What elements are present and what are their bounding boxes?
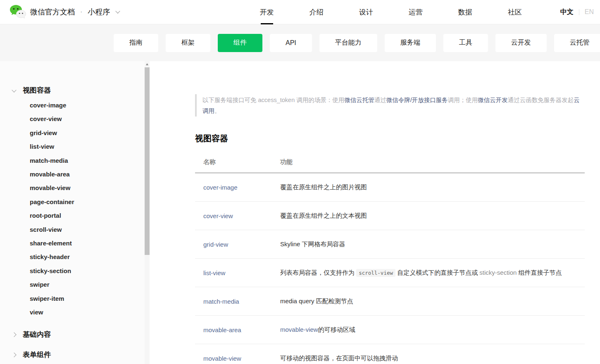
inline-link[interactable]: 微信令牌/开放接口服务 [386, 97, 448, 103]
sidebar-scrollbar[interactable] [145, 61, 150, 364]
sidebar-item-match-media[interactable]: match-media [0, 154, 150, 167]
text-segment: 调用；使用 [448, 97, 478, 103]
text-segment: 以下服务端接口可免 access_token 调用的场景：使用 [202, 97, 344, 103]
component-desc: 列表布局容器，仅支持作为 scroll-view 自定义模式下的直接子节点或 s… [272, 259, 585, 287]
scrollbar-thumb[interactable] [145, 67, 150, 255]
brand[interactable]: 微信官方文档 · 小程序 [9, 4, 119, 20]
topnav-item-社区[interactable]: 社区 [508, 0, 522, 24]
chevron-down-icon [116, 9, 120, 13]
text-segment: media query 匹配检测节点 [280, 297, 353, 305]
topnav-item-介绍[interactable]: 介绍 [310, 0, 324, 24]
text-segment: 列表布局容器，仅支持作为 [280, 269, 356, 276]
text-segment: 覆盖在原生组件之上的图片视图 [280, 183, 367, 190]
top-header: 微信官方文档 · 小程序 开发介绍设计运营数据社区 中文 EN [0, 0, 600, 24]
tab-云开发[interactable]: 云开发 [495, 34, 547, 52]
sidebar-item-view[interactable]: view [0, 305, 150, 319]
tab-平台能力[interactable]: 平台能力 [319, 34, 377, 52]
sidebar: 视图容器cover-imagecover-viewgrid-viewlist-v… [0, 61, 150, 364]
component-link-cover-image[interactable]: cover-image [195, 173, 272, 202]
text-segment: 通过 [374, 97, 386, 103]
sidebar-section-label: 表单组件 [23, 350, 51, 359]
column-header-function: 功能 [272, 154, 585, 173]
sidebar-item-swiper-item[interactable]: swiper-item [0, 292, 150, 305]
notice-blockquote: 以下服务端接口可免 access_token 调用的场景：使用微信云托管通过微信… [195, 94, 585, 117]
inline-link[interactable]: movable-view [280, 326, 318, 333]
inline-link[interactable]: 微信云托管 [344, 97, 374, 103]
inline-link[interactable]: 微信云开发 [478, 97, 508, 103]
text-segment: 可移动的视图容器，在页面中可以拖拽滑动 [280, 354, 398, 362]
sidebar-item-cover-image[interactable]: cover-image [0, 98, 150, 112]
text-segment: Skyline 下网格布局容器 [280, 240, 345, 247]
table-row: movable-areamovable-view的可移动区域 [195, 316, 585, 344]
sidebar-section-视图容器[interactable]: 视图容器 [0, 85, 150, 95]
sidebar-item-scroll-view[interactable]: scroll-view [0, 223, 150, 236]
main-content: 以下服务端接口可免 access_token 调用的场景：使用微信云托管通过微信… [150, 61, 600, 364]
sidebar-section-label: 基础内容 [23, 330, 51, 339]
language-switcher: 中文 EN [560, 8, 594, 17]
lang-en[interactable]: EN [585, 8, 594, 16]
chevron-right-icon [12, 352, 16, 357]
product-switcher[interactable]: 小程序 [88, 7, 110, 17]
chevron-right-icon [12, 332, 16, 337]
sidebar-item-movable-area[interactable]: movable-area [0, 167, 150, 181]
wechat-logo-icon [9, 4, 26, 20]
tab-指南[interactable]: 指南 [114, 34, 158, 52]
component-desc: 可移动的视图容器，在页面中可以拖拽滑动 [272, 344, 585, 364]
table-row: movable-view可移动的视图容器，在页面中可以拖拽滑动 [195, 344, 585, 364]
text-segment: 覆盖在原生组件之上的文本视图 [280, 212, 367, 219]
sidebar-item-list-view[interactable]: list-view [0, 140, 150, 153]
sidebar-item-swiper[interactable]: swiper [0, 278, 150, 291]
text-segment: sticky-section [479, 269, 517, 276]
tab-框架[interactable]: 框架 [166, 34, 210, 52]
sidebar-section-label: 视图容器 [23, 86, 51, 95]
lang-zh[interactable]: 中文 [560, 8, 574, 17]
sidebar-item-sticky-header[interactable]: sticky-header [0, 250, 150, 264]
component-desc: Skyline 下网格布局容器 [272, 230, 585, 259]
tab-云托管[interactable]: 云托管 [554, 34, 600, 52]
component-desc: 覆盖在原生组件之上的图片视图 [272, 173, 585, 202]
sidebar-item-root-portal[interactable]: root-portal [0, 209, 150, 222]
component-link-movable-view[interactable]: movable-view [195, 344, 272, 364]
component-link-movable-area[interactable]: movable-area [195, 316, 272, 344]
table-row: cover-view覆盖在原生组件之上的文本视图 [195, 202, 585, 230]
doc-tab-strip: 指南框架组件API平台能力服务端工具云开发云托管 [0, 24, 600, 61]
topnav-item-运营[interactable]: 运营 [409, 0, 423, 24]
table-row: cover-image覆盖在原生组件之上的图片视图 [195, 173, 585, 202]
component-desc: media query 匹配检测节点 [272, 287, 585, 316]
sidebar-item-cover-view[interactable]: cover-view [0, 112, 150, 126]
title-separator: · [80, 8, 82, 16]
tab-服务端[interactable]: 服务端 [385, 34, 436, 52]
sidebar-item-share-element[interactable]: share-element [0, 236, 150, 250]
sidebar-item-page-container[interactable]: page-container [0, 195, 150, 209]
column-header-name: 名称 [195, 154, 272, 173]
topnav-item-开发[interactable]: 开发 [260, 0, 274, 24]
component-desc: 覆盖在原生组件之上的文本视图 [272, 202, 585, 230]
components-table: 名称 功能 cover-image覆盖在原生组件之上的图片视图cover-vie… [195, 154, 585, 364]
component-link-grid-view[interactable]: grid-view [195, 230, 272, 259]
sidebar-item-grid-view[interactable]: grid-view [0, 126, 150, 140]
inline-code: scroll-view [356, 269, 395, 277]
topnav-item-数据[interactable]: 数据 [458, 0, 472, 24]
component-link-cover-view[interactable]: cover-view [195, 202, 272, 230]
sidebar-item-movable-view[interactable]: movable-view [0, 181, 150, 195]
text-segment: 的可移动区域 [318, 326, 355, 333]
text-segment: 自定义模式下的直接子节点或 [395, 269, 479, 276]
text-segment: 。 [214, 107, 221, 114]
sidebar-section-表单组件[interactable]: 表单组件 [0, 350, 150, 360]
arrow-up-icon[interactable] [145, 61, 150, 67]
table-row: match-mediamedia query 匹配检测节点 [195, 287, 585, 316]
tab-API[interactable]: API [270, 34, 312, 52]
sidebar-item-list: cover-imagecover-viewgrid-viewlist-viewm… [0, 98, 150, 319]
topnav-item-设计[interactable]: 设计 [359, 0, 373, 24]
table-header-row: 名称 功能 [195, 154, 585, 173]
table-row: grid-viewSkyline 下网格布局容器 [195, 230, 585, 259]
component-link-list-view[interactable]: list-view [195, 259, 272, 287]
tab-组件[interactable]: 组件 [218, 34, 262, 52]
sidebar-section-基础内容[interactable]: 基础内容 [0, 329, 150, 340]
table-row: list-view列表布局容器，仅支持作为 scroll-view 自定义模式下… [195, 259, 585, 287]
text-segment: 通过云函数免服务器发起 [508, 97, 574, 103]
sidebar-item-sticky-section[interactable]: sticky-section [0, 264, 150, 278]
tab-工具[interactable]: 工具 [443, 34, 488, 52]
lang-divider [579, 9, 579, 15]
component-link-match-media[interactable]: match-media [195, 287, 272, 316]
